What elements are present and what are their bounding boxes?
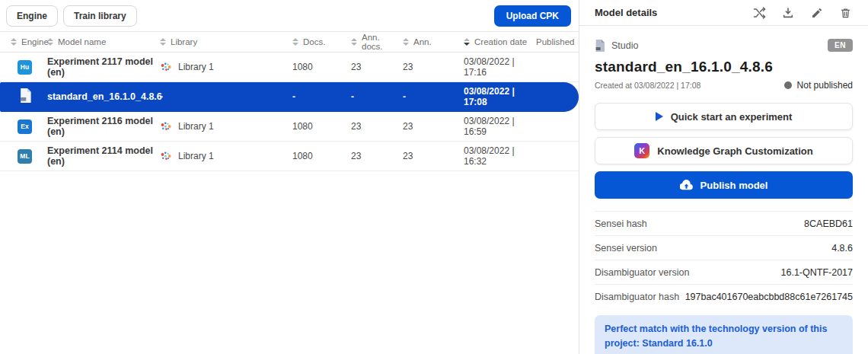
property-row: Sensei hash 8CAEBD61	[595, 211, 853, 235]
library-cell: -	[160, 91, 292, 102]
model-properties: Sensei hash 8CAEBD61 Sensei version 4.8.…	[595, 211, 853, 308]
property-value: 197bac401670eabcbbd88c61e7261745	[685, 292, 853, 302]
creation-date-cell: 03/08/2022 | 16:59	[464, 116, 536, 137]
table-row[interactable]: Ex Experiment 2116 model (en) Library 1 …	[0, 112, 579, 142]
quick-start-label: Quick start an experiment	[671, 111, 793, 123]
property-row: Sensei version 4.8.6	[595, 235, 853, 260]
details-body: Studio EN standard_en_16.1.0_4.8.6 Creat…	[579, 39, 868, 354]
docs-cell: 1080	[292, 151, 351, 161]
play-icon	[656, 112, 663, 121]
model-type-label: Studio	[611, 40, 638, 51]
property-value: 4.8.6	[831, 243, 853, 254]
property-label: Sensei version	[595, 243, 657, 254]
column-header-creation-date[interactable]: Creation date	[464, 37, 536, 46]
library-name: Library 1	[178, 151, 214, 161]
property-label: Sensei hash	[595, 218, 647, 229]
library-name: -	[160, 91, 163, 102]
engine-badge-ex: Ex	[18, 120, 32, 134]
knowledge-graph-icon: K	[634, 143, 649, 158]
column-header-library[interactable]: Library	[160, 37, 292, 46]
cpk-document-icon	[19, 88, 32, 103]
table-header: Engine Model name Library Docs. Ann. doc…	[0, 31, 579, 53]
creation-date-cell: 03/08/2022 | 17:08	[464, 86, 536, 107]
ann-docs-cell: -	[351, 91, 403, 102]
app-window: Engine Train library Upload CPK Engine M…	[0, 0, 868, 354]
edit-pencil-icon[interactable]	[811, 6, 824, 19]
table-row-selected[interactable]: standard_en_16.1.0_4.8.6 - - - - 03/08/2…	[0, 82, 579, 112]
creation-date-cell: 03/08/2022 | 17:16	[464, 56, 536, 78]
creation-date-cell: 03/08/2022 | 16:32	[464, 145, 536, 167]
table-row[interactable]: ML Experiment 2114 model (en) Library 1 …	[0, 142, 579, 171]
ann-cell: -	[403, 91, 464, 102]
column-header-docs[interactable]: Docs.	[292, 37, 351, 46]
ann-docs-cell: 23	[351, 62, 403, 72]
table-row[interactable]: Hu Experiment 2117 model (en) Library 1 …	[0, 53, 579, 82]
model-name-cell: standard_en_16.1.0_4.8.6	[47, 91, 160, 102]
property-row: Disambiguator version 16.1-QNTF-2017	[595, 260, 853, 284]
engine-badge-ml: ML	[18, 149, 32, 164]
studio-document-icon	[595, 40, 605, 52]
column-header-published: Published	[536, 37, 579, 46]
toolbar: Engine Train library Upload CPK	[0, 0, 579, 31]
library-name: Library 1	[178, 121, 214, 132]
publish-status: Not published	[784, 80, 853, 91]
delete-trash-icon[interactable]	[840, 6, 853, 19]
language-badge: EN	[828, 39, 853, 52]
column-header-model-name[interactable]: Model name	[47, 37, 160, 46]
ann-cell: 23	[403, 121, 464, 132]
engine-filter-button[interactable]: Engine	[6, 5, 58, 27]
sort-icon[interactable]	[403, 38, 409, 46]
shuffle-icon[interactable]	[753, 6, 766, 19]
library-cell: Library 1	[160, 120, 292, 132]
download-icon[interactable]	[782, 6, 795, 19]
sort-icon[interactable]	[351, 38, 357, 46]
property-value: 16.1-QNTF-2017	[781, 267, 853, 278]
column-header-engine[interactable]: Engine	[11, 37, 47, 46]
docs-cell: 1080	[292, 121, 351, 132]
library-cell: Library 1	[160, 150, 292, 162]
status-dot-icon	[784, 81, 792, 89]
sort-icon[interactable]	[160, 38, 166, 46]
model-meta-row: Created at 03/08/2022 | 17:08 Not publis…	[595, 80, 853, 91]
column-label: Docs.	[303, 37, 325, 46]
column-label: Library	[171, 37, 197, 46]
sort-icon[interactable]	[47, 38, 53, 46]
publish-label: Publish model	[700, 180, 768, 191]
property-row: Disambiguator hash 197bac401670eabcbbd88…	[595, 284, 853, 308]
column-label: Model name	[58, 37, 106, 46]
ann-docs-cell: 23	[351, 151, 403, 161]
docs-cell: 1080	[292, 62, 351, 72]
column-label: Published	[536, 37, 575, 46]
sort-icon[interactable]	[292, 38, 298, 46]
column-label: Creation date	[474, 37, 527, 46]
library-cluster-icon	[160, 150, 172, 162]
library-cluster-icon	[160, 120, 172, 132]
ann-cell: 23	[403, 62, 464, 72]
publish-status-label: Not published	[797, 80, 853, 91]
property-label: Disambiguator version	[595, 267, 689, 278]
model-name-cell: Experiment 2116 model (en)	[47, 116, 160, 137]
details-actions	[753, 6, 853, 19]
model-name-cell: Experiment 2114 model (en)	[47, 145, 160, 167]
model-type-row: Studio EN	[595, 39, 853, 52]
quick-start-experiment-button[interactable]: Quick start an experiment	[595, 103, 853, 130]
column-header-ann-docs[interactable]: Ann. docs.	[351, 33, 403, 51]
upload-cpk-button[interactable]: Upload CPK	[494, 5, 571, 27]
column-label: Engine	[21, 37, 49, 46]
library-cell: Library 1	[160, 61, 292, 73]
sort-icon[interactable]	[11, 38, 17, 46]
train-library-filter-button[interactable]: Train library	[63, 5, 137, 27]
cloud-upload-icon	[680, 180, 693, 191]
engine-badge-hu: Hu	[18, 60, 32, 75]
sort-descending-icon[interactable]	[464, 38, 470, 46]
ann-docs-cell: 23	[351, 121, 403, 132]
column-label: Ann. docs.	[362, 33, 403, 51]
publish-model-button[interactable]: Publish model	[595, 171, 853, 199]
knowledge-graph-customization-button[interactable]: K Knowledge Graph Customization	[595, 137, 853, 164]
column-header-ann[interactable]: Ann.	[403, 37, 464, 46]
library-name: Library 1	[178, 62, 214, 72]
ann-cell: 23	[403, 151, 464, 161]
property-value: 8CAEBD61	[804, 218, 853, 229]
models-table-panel: Engine Train library Upload CPK Engine M…	[0, 0, 579, 354]
property-label: Disambiguator hash	[595, 292, 679, 302]
